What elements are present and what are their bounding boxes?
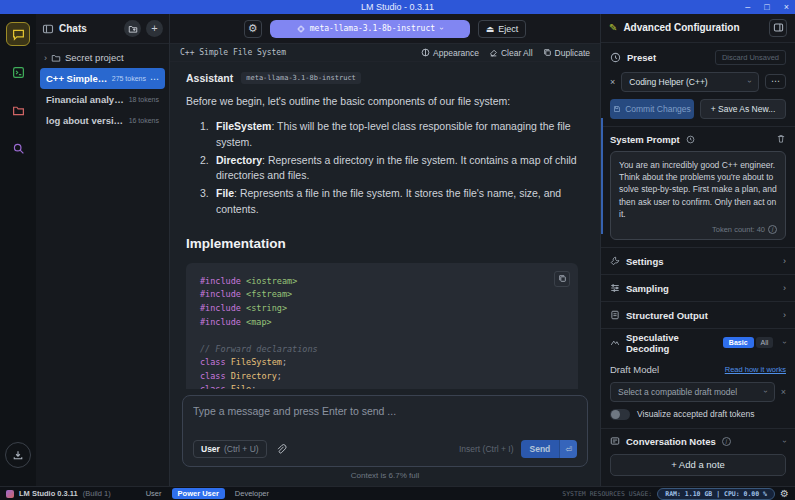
- chevron-right-icon: ›: [783, 310, 786, 320]
- chevron-down-icon[interactable]: ›: [780, 440, 789, 443]
- mode-power-user[interactable]: Power User: [172, 488, 225, 499]
- pencil-icon: ✎: [609, 22, 617, 33]
- eject-icon: ⏏: [486, 24, 495, 34]
- list-item-desc: : Represents a file in the file system. …: [216, 187, 561, 215]
- chat-item-token-count: 275 tokens: [112, 75, 146, 82]
- message-input[interactable]: [193, 405, 577, 417]
- resources-usage-label: SYSTEM RESOURCES USAGE:: [562, 490, 652, 498]
- toggle-panel-button[interactable]: [769, 19, 787, 37]
- history-icon: [686, 135, 695, 144]
- chat-list-item[interactable]: log about version of ...16 tokens: [40, 110, 165, 131]
- list-item: 1.FileSystem: This will be the top-level…: [200, 119, 584, 151]
- resources-usage-value[interactable]: RAM: 1.10 GB | CPU: 0.00 %: [657, 488, 775, 500]
- new-chat-button[interactable]: +: [146, 20, 163, 37]
- list-item-number: 1.: [200, 119, 209, 135]
- palette-icon: [421, 48, 430, 57]
- minimize-button[interactable]: –: [745, 0, 750, 14]
- send-options-icon[interactable]: ⏎: [559, 440, 577, 458]
- nav-discover-button[interactable]: [6, 136, 30, 160]
- duplicate-button[interactable]: Duplicate: [543, 48, 590, 58]
- role-selector-button[interactable]: User (Ctrl + U): [193, 440, 267, 458]
- visualize-tokens-toggle[interactable]: [610, 409, 630, 420]
- code-line: class Directory;: [200, 370, 564, 384]
- preset-select[interactable]: Coding Helper (C++) ›: [621, 72, 759, 92]
- save-as-new-button[interactable]: + Save As New...: [700, 99, 786, 119]
- clear-all-button[interactable]: Clear All: [489, 48, 533, 58]
- appearance-button[interactable]: Appearance: [421, 48, 479, 58]
- loaded-model-selector[interactable]: meta-llama-3.1-8b-instruct ›: [270, 20, 470, 38]
- chat-item-token-count: 16 tokens: [129, 117, 159, 124]
- chat-list-item[interactable]: C++ Simple File System275 tokens⋯: [40, 68, 165, 89]
- copy-icon: [543, 48, 552, 57]
- chevron-down-icon: ›: [761, 391, 770, 394]
- message-area[interactable]: Assistant meta-llama-3.1-8b-instruct Bef…: [170, 62, 600, 389]
- list-item-number: 2.: [200, 153, 209, 169]
- nav-rail: [0, 14, 36, 486]
- chevron-down-icon: ›: [437, 27, 446, 30]
- user-mode-switcher: User Power User Developer: [142, 488, 273, 499]
- chevron-down-icon: ›: [780, 341, 789, 344]
- settings-gear-icon[interactable]: ⚙: [780, 488, 789, 499]
- maximize-button[interactable]: □: [764, 0, 769, 14]
- discard-unsaved-button[interactable]: Discard Unsaved: [715, 50, 786, 65]
- panel-scrollbar[interactable]: [601, 118, 603, 234]
- speculative-decoding-icon: [610, 338, 620, 348]
- add-note-button[interactable]: + Add a note: [610, 454, 786, 476]
- code-line: #include <map>: [200, 316, 564, 330]
- model-settings-button[interactable]: ⚙: [244, 20, 262, 38]
- info-icon: i: [722, 437, 731, 446]
- speculative-decoding-section-header[interactable]: Speculative Decoding Basic All ›: [601, 329, 795, 356]
- settings-section-header[interactable]: Settings ›: [601, 248, 795, 275]
- mode-user[interactable]: User: [142, 488, 166, 499]
- list-item-desc: : Represents a directory in the file sys…: [216, 154, 577, 182]
- close-button[interactable]: ×: [784, 0, 789, 14]
- assistant-role-label: Assistant: [186, 72, 233, 84]
- folder-secret-project[interactable]: › Secret project: [40, 49, 165, 66]
- mode-developer[interactable]: Developer: [231, 488, 273, 499]
- eject-model-button[interactable]: ⏏ Eject: [478, 20, 527, 38]
- chat-item-token-count: 18 tokens: [129, 96, 159, 103]
- lm-studio-logo-icon: [6, 490, 14, 498]
- window-titlebar: LM Studio - 0.3.11 – □ ×: [0, 0, 795, 14]
- search-icon: [12, 142, 25, 155]
- insert-button[interactable]: Insert (Ctrl + I): [459, 444, 514, 454]
- read-how-it-works-link[interactable]: Read how it works: [725, 365, 786, 374]
- all-mode-pill[interactable]: All: [756, 337, 774, 348]
- nav-developer-button[interactable]: [6, 60, 30, 84]
- attach-file-button[interactable]: [274, 442, 289, 457]
- sampling-section-header[interactable]: Sampling ›: [601, 275, 795, 302]
- code-block: #include <iostream>#include <fstream>#in…: [186, 263, 578, 389]
- basic-mode-pill[interactable]: Basic: [723, 337, 754, 348]
- system-prompt-editor[interactable]: You are an incredibly good C++ engineer.…: [610, 151, 786, 241]
- structured-output-section-header[interactable]: Structured Output ›: [601, 302, 795, 329]
- folder-label: Secret project: [65, 52, 124, 63]
- code-line: class File;: [200, 383, 564, 389]
- chat-bubble-icon: [12, 28, 25, 41]
- loaded-model-name: meta-llama-3.1-8b-instruct: [310, 24, 435, 33]
- nav-chat-button[interactable]: [6, 22, 30, 46]
- token-count-label: Token count: 40: [712, 225, 765, 234]
- chat-list-item[interactable]: Financial analysis18 tokens: [40, 89, 165, 110]
- code-line: #include <fstream>: [200, 288, 564, 302]
- system-prompt-text: You are an incredibly good C++ engineer.…: [619, 159, 777, 221]
- chat-item-menu-icon[interactable]: ⋯: [150, 74, 159, 84]
- draft-model-select[interactable]: Select a compatible draft model ›: [610, 382, 775, 402]
- info-icon: i: [768, 225, 777, 234]
- sliders-icon: [610, 283, 620, 293]
- downloads-button[interactable]: [5, 442, 31, 468]
- message-intro: Before we begin, let's outline the basic…: [186, 94, 584, 109]
- chip-icon: [297, 25, 305, 33]
- preset-menu-button[interactable]: ⋯: [765, 74, 786, 89]
- send-button[interactable]: Send ⏎: [521, 440, 577, 458]
- nav-models-button[interactable]: [6, 98, 30, 122]
- collapse-sidebar-icon[interactable]: [42, 23, 54, 35]
- preset-icon: [610, 52, 621, 63]
- trash-icon[interactable]: [776, 134, 786, 144]
- commit-changes-button[interactable]: Commit Changes: [610, 99, 694, 119]
- copy-code-button[interactable]: [554, 271, 570, 287]
- new-folder-button[interactable]: [124, 20, 141, 37]
- clear-draft-icon[interactable]: ×: [781, 387, 786, 397]
- clear-preset-icon[interactable]: ×: [610, 77, 615, 87]
- chat-title: C++ Simple File System: [180, 48, 411, 57]
- list-item-term: FileSystem: [216, 120, 271, 132]
